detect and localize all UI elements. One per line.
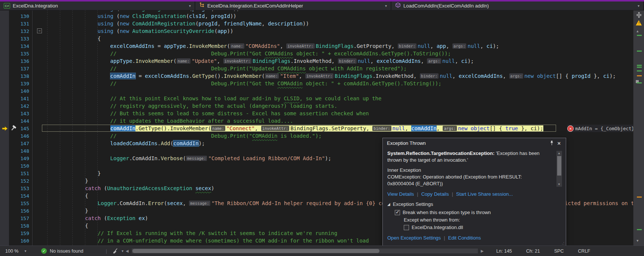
link-start-live-share-session[interactable]: Start Live Share session... [456,191,513,197]
code-text: catch (Exception ex) [47,215,148,221]
code-text: excelComAddIns = appType.InvokeMember(na… [47,43,499,49]
collapse-region-button[interactable]: − [37,28,42,33]
code-text: // in a COM-unfriendly mode where (somet… [47,238,369,244]
code-text: using (new ProgIdRegistration(progId, cl… [47,10,239,12]
code-line-158[interactable]: 158 { [0,222,88,229]
code-line-147[interactable]: 147 loadedComAddIns.Add(comAddIn); [0,140,205,147]
project-dropdown[interactable]: C# ExcelDna.Integration ▾ [0,1,195,10]
method-icon [395,2,401,9]
code-line-132[interactable]: 132− using (new AutomationSecurityOverri… [0,27,233,35]
column-indicator: Ch: 21 [526,249,540,254]
code-line-152[interactable]: 152 } [0,177,88,185]
break-setting-row: Break when this exception type is thrown [395,210,561,215]
line-number: 132 [0,28,29,34]
pin-icon[interactable] [548,140,555,146]
line-number: 140 [0,88,29,94]
code-text: // If Excel is running with the /K switc… [47,230,337,236]
exception-thrown-popup: Exception Thrown × System.Reflection.Tar… [382,138,566,246]
scroll-down-arrow[interactable]: ▼ [558,183,561,186]
horizontal-scrollbar[interactable] [132,249,478,253]
code-cleanup-button[interactable]: ▾ [112,248,123,254]
code-line-134[interactable]: 134 excelComAddIns = appType.InvokeMembe… [0,42,499,50]
line-number: 136 [0,58,29,64]
code-line-138[interactable]: 138 comAddIn = excelComAddIns.GetType().… [0,72,616,80]
code-line-157[interactable]: 157 catch (Exception ex) [0,214,148,222]
code-line-156[interactable]: 156 } [0,207,88,214]
link-open-exception-settings[interactable]: Open Exception Settings [387,235,441,241]
code-line-160[interactable]: 160 // in a COM-unfriendly mode where (s… [0,237,369,244]
code-line-144[interactable]: 144 // it updates the LoadBehavior after… [0,117,293,125]
except-from-label: Except when thrown from: [404,217,561,223]
code-line-154[interactable]: 154 { [0,192,88,199]
line-number: 143 [0,111,29,116]
visual-studio-window: C# ExcelDna.Integration ▾ ExcelDna.Integ… [0,0,644,256]
line-number: 135 [0,51,29,57]
spaces-indicator[interactable]: SPC [554,249,564,254]
exception-datatip[interactable]: ✕ mAddIn = {_ComObject}, c [567,125,633,132]
line-number: 147 [0,141,29,146]
code-line-159[interactable]: 159 // If Excel is running with the /K s… [0,229,337,237]
link-view-details[interactable]: View Details [387,191,414,197]
code-line-143[interactable]: 143 // But this seems to lead to some di… [0,110,369,117]
zoom-selector[interactable]: 100 % ▾ [0,246,36,256]
code-line-133[interactable]: 133 { [0,35,101,42]
code-line-142[interactable]: 142 // registry aggressively, before the… [0,102,337,110]
warning-icon[interactable]: ! [636,20,642,25]
scroll-right-arrow[interactable]: ▶ [481,249,484,253]
csharp-project-icon: C# [4,3,10,9]
code-text: using (new ComAddInRegistration(progId, … [47,21,309,27]
exception-settings-expander[interactable]: ◢ Exception Settings [387,201,561,207]
code-line-149[interactable]: 149 Logger.ComAddIn.Verbose(message:"Com… [0,155,331,162]
code-line-137[interactable]: 137 // Debug.Print("Updated COMAddins ob… [0,65,407,72]
code-line-153[interactable]: 153 catch (UnauthorizedAccessException s… [0,185,214,192]
code-line-139[interactable]: 139 // Debug.Print("Got the COMAddin obj… [0,80,442,87]
link-separator: | [417,191,418,197]
scroll-mark [637,51,642,52]
code-line-130[interactable]: 130 using (new ClsIdRegistration(clsId, … [0,12,236,20]
code-line-135[interactable]: 135 // Debug.Print("Got COMAddins object… [0,50,451,57]
code-line-145[interactable]: 145 comAddIn.GetType().InvokeMember(name… [0,125,543,132]
line-number: 158 [0,223,29,229]
code-text: } [47,178,88,184]
scroll-up-arrow[interactable]: ▲ [637,29,638,33]
scroll-up-arrow[interactable]: ▲ [558,152,561,155]
scroll-down-arrow[interactable]: ▼ [637,239,638,243]
eol-indicator[interactable]: CRLF [578,249,590,254]
scrollbar-thumb[interactable] [132,249,379,253]
code-text: // Debug.Print("Got COMAddins object: " … [47,51,451,57]
code-line-150[interactable]: 150 [0,162,47,170]
line-number: 133 [0,36,29,42]
scroll-left-arrow[interactable]: ◀ [126,249,129,253]
resize-grip[interactable]: .: [562,241,565,245]
class-dropdown[interactable]: ExcelDna.Integration.ExcelComAddInHelper… [195,1,391,10]
link-copy-details[interactable]: Copy Details [421,191,449,197]
code-text: // At this point Excel knows how to load… [47,95,381,101]
line-number: 155 [0,201,29,206]
code-line-136[interactable]: 136 appType.InvokeMember(name:"Update", … [0,57,474,65]
code-line-140[interactable]: 140 [0,87,47,95]
chevron-down-icon: ▾ [189,4,191,8]
class-name: ExcelDna.Integration.ExcelComAddInHelper [207,3,303,9]
code-text: // But this seems to lead to some distre… [47,110,369,116]
code-line-148[interactable]: 148 [0,147,47,155]
line-number: 153 [0,186,29,191]
line-number: 131 [0,21,29,27]
code-line-141[interactable]: 141 // At this point Excel knows how to … [0,95,381,102]
link-edit-conditions[interactable]: Edit Conditions [448,235,480,241]
code-text: { [47,36,101,42]
vertical-scrollbar[interactable]: ! ▲ ▼ [633,10,644,246]
code-line-146[interactable]: 146 // Debug.Print("COMAddin is loaded."… [0,132,321,140]
close-icon[interactable]: × [555,140,563,146]
code-line-151[interactable]: 151 } [0,170,101,177]
caret-position-group: Ln: 145 Ch: 21 SPC CRLF [496,249,604,254]
code-line-131[interactable]: 131 using (new ComAddInRegistration(prog… [0,20,309,27]
break-checkbox[interactable] [395,210,400,215]
chevron-down-icon: ▾ [638,4,640,8]
scrollbar-thumb[interactable] [557,156,561,176]
link-separator: | [452,191,453,197]
method-dropdown[interactable]: LoadComAddIn(ExcelComAddIn addIn) ▾ [391,1,644,10]
editor-status-bar: 100 % ▾ ✓ No issues found | ▾ ◀ ▶ Ln: 14… [0,246,644,256]
popup-scrollbar[interactable]: ▲ ▼ [556,151,562,187]
splitter-handle-icon[interactable] [636,12,642,19]
module-checkbox[interactable] [404,225,409,230]
